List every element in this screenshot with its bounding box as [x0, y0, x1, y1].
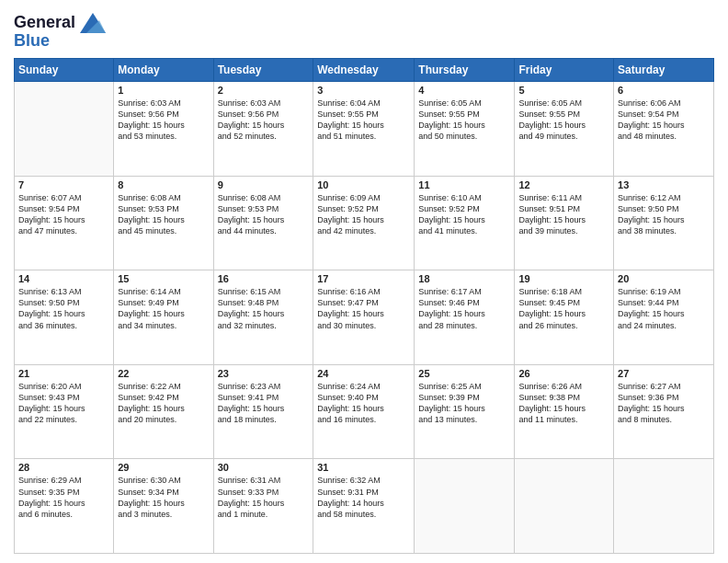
logo: General Blue	[14, 13, 106, 51]
day-number: 14	[18, 273, 109, 284]
calendar-header-row: SundayMondayTuesdayWednesdayThursdayFrid…	[15, 59, 714, 82]
day-number: 24	[317, 368, 410, 379]
day-info: Sunrise: 6:03 AM Sunset: 9:56 PM Dayligh…	[118, 98, 209, 143]
calendar-day-cell: 18Sunrise: 6:17 AM Sunset: 9:46 PM Dayli…	[415, 270, 515, 365]
day-info: Sunrise: 6:22 AM Sunset: 9:42 PM Dayligh…	[118, 381, 209, 426]
calendar-header-cell: Saturday	[614, 59, 714, 82]
day-info: Sunrise: 6:27 AM Sunset: 9:36 PM Dayligh…	[618, 381, 710, 426]
day-info: Sunrise: 6:30 AM Sunset: 9:34 PM Dayligh…	[118, 475, 209, 520]
logo-blue: Blue	[14, 31, 106, 51]
calendar-day-cell: 8Sunrise: 6:08 AM Sunset: 9:53 PM Daylig…	[114, 176, 213, 270]
calendar-day-cell: 14Sunrise: 6:13 AM Sunset: 9:50 PM Dayli…	[15, 270, 114, 365]
day-number: 6	[618, 85, 710, 96]
day-info: Sunrise: 6:16 AM Sunset: 9:47 PM Dayligh…	[317, 286, 410, 331]
day-number: 29	[118, 462, 209, 473]
day-info: Sunrise: 6:17 AM Sunset: 9:46 PM Dayligh…	[418, 286, 510, 331]
calendar-day-cell: 15Sunrise: 6:14 AM Sunset: 9:49 PM Dayli…	[114, 270, 213, 365]
day-info: Sunrise: 6:18 AM Sunset: 9:45 PM Dayligh…	[518, 286, 609, 331]
day-number: 28	[18, 462, 109, 473]
calendar-day-cell: 24Sunrise: 6:24 AM Sunset: 9:40 PM Dayli…	[313, 364, 415, 459]
calendar-day-cell	[515, 459, 614, 554]
day-number: 7	[18, 179, 109, 190]
day-info: Sunrise: 6:24 AM Sunset: 9:40 PM Dayligh…	[317, 381, 410, 426]
day-number: 23	[218, 368, 310, 379]
calendar-body: 1Sunrise: 6:03 AM Sunset: 9:56 PM Daylig…	[15, 82, 714, 554]
calendar-day-cell: 19Sunrise: 6:18 AM Sunset: 9:45 PM Dayli…	[515, 270, 614, 365]
day-number: 26	[518, 368, 609, 379]
calendar-day-cell: 27Sunrise: 6:27 AM Sunset: 9:36 PM Dayli…	[614, 364, 714, 459]
day-number: 12	[518, 179, 609, 190]
day-info: Sunrise: 6:11 AM Sunset: 9:51 PM Dayligh…	[518, 192, 609, 237]
day-number: 21	[18, 368, 109, 379]
day-info: Sunrise: 6:13 AM Sunset: 9:50 PM Dayligh…	[18, 286, 109, 331]
day-info: Sunrise: 6:15 AM Sunset: 9:48 PM Dayligh…	[218, 286, 310, 331]
day-info: Sunrise: 6:12 AM Sunset: 9:50 PM Dayligh…	[618, 192, 710, 237]
day-info: Sunrise: 6:19 AM Sunset: 9:44 PM Dayligh…	[618, 286, 710, 331]
day-number: 9	[218, 179, 310, 190]
calendar-day-cell: 16Sunrise: 6:15 AM Sunset: 9:48 PM Dayli…	[213, 270, 313, 365]
calendar-day-cell: 13Sunrise: 6:12 AM Sunset: 9:50 PM Dayli…	[614, 176, 714, 270]
calendar-day-cell	[415, 459, 515, 554]
day-number: 15	[118, 273, 209, 284]
day-number: 1	[118, 85, 209, 96]
calendar-day-cell: 4Sunrise: 6:05 AM Sunset: 9:55 PM Daylig…	[415, 82, 515, 177]
calendar-day-cell: 22Sunrise: 6:22 AM Sunset: 9:42 PM Dayli…	[114, 364, 213, 459]
day-info: Sunrise: 6:08 AM Sunset: 9:53 PM Dayligh…	[218, 192, 310, 237]
day-info: Sunrise: 6:10 AM Sunset: 9:52 PM Dayligh…	[418, 192, 510, 237]
calendar-week-row: 7Sunrise: 6:07 AM Sunset: 9:54 PM Daylig…	[15, 176, 714, 270]
calendar-day-cell	[15, 82, 114, 177]
day-info: Sunrise: 6:14 AM Sunset: 9:49 PM Dayligh…	[118, 286, 209, 331]
day-info: Sunrise: 6:20 AM Sunset: 9:43 PM Dayligh…	[18, 381, 109, 426]
logo-text: General	[14, 14, 75, 32]
calendar-day-cell: 2Sunrise: 6:03 AM Sunset: 9:56 PM Daylig…	[213, 82, 313, 177]
day-info: Sunrise: 6:32 AM Sunset: 9:31 PM Dayligh…	[317, 475, 410, 520]
calendar-header-cell: Thursday	[415, 59, 515, 82]
logo-icon	[80, 13, 106, 33]
day-info: Sunrise: 6:08 AM Sunset: 9:53 PM Dayligh…	[118, 192, 209, 237]
day-number: 11	[418, 179, 510, 190]
day-info: Sunrise: 6:05 AM Sunset: 9:55 PM Dayligh…	[518, 98, 609, 143]
calendar-day-cell: 23Sunrise: 6:23 AM Sunset: 9:41 PM Dayli…	[213, 364, 313, 459]
day-number: 20	[618, 273, 710, 284]
day-number: 13	[618, 179, 710, 190]
day-number: 8	[118, 179, 209, 190]
day-info: Sunrise: 6:05 AM Sunset: 9:55 PM Dayligh…	[418, 98, 510, 143]
page: General Blue SundayMondayTuesdayWednesda…	[0, 0, 728, 563]
day-number: 17	[317, 273, 410, 284]
calendar-day-cell: 17Sunrise: 6:16 AM Sunset: 9:47 PM Dayli…	[313, 270, 415, 365]
day-number: 27	[618, 368, 710, 379]
day-info: Sunrise: 6:06 AM Sunset: 9:54 PM Dayligh…	[618, 98, 710, 143]
calendar-header-cell: Friday	[515, 59, 614, 82]
day-number: 5	[518, 85, 609, 96]
day-number: 22	[118, 368, 209, 379]
day-info: Sunrise: 6:07 AM Sunset: 9:54 PM Dayligh…	[18, 192, 109, 237]
calendar-week-row: 28Sunrise: 6:29 AM Sunset: 9:35 PM Dayli…	[15, 459, 714, 554]
calendar-day-cell: 20Sunrise: 6:19 AM Sunset: 9:44 PM Dayli…	[614, 270, 714, 365]
day-info: Sunrise: 6:25 AM Sunset: 9:39 PM Dayligh…	[418, 381, 510, 426]
calendar-day-cell: 1Sunrise: 6:03 AM Sunset: 9:56 PM Daylig…	[114, 82, 213, 177]
day-info: Sunrise: 6:23 AM Sunset: 9:41 PM Dayligh…	[218, 381, 310, 426]
calendar-day-cell: 30Sunrise: 6:31 AM Sunset: 9:33 PM Dayli…	[213, 459, 313, 554]
day-info: Sunrise: 6:03 AM Sunset: 9:56 PM Dayligh…	[218, 98, 310, 143]
calendar-day-cell: 12Sunrise: 6:11 AM Sunset: 9:51 PM Dayli…	[515, 176, 614, 270]
calendar-header-cell: Monday	[114, 59, 213, 82]
day-info: Sunrise: 6:31 AM Sunset: 9:33 PM Dayligh…	[218, 475, 310, 520]
day-number: 25	[418, 368, 510, 379]
day-number: 4	[418, 85, 510, 96]
day-number: 19	[518, 273, 609, 284]
calendar-header-cell: Sunday	[15, 59, 114, 82]
day-info: Sunrise: 6:29 AM Sunset: 9:35 PM Dayligh…	[18, 475, 109, 520]
header: General Blue	[14, 9, 714, 51]
calendar-day-cell: 28Sunrise: 6:29 AM Sunset: 9:35 PM Dayli…	[15, 459, 114, 554]
calendar-table: SundayMondayTuesdayWednesdayThursdayFrid…	[14, 58, 714, 554]
calendar-day-cell	[614, 459, 714, 554]
calendar-week-row: 1Sunrise: 6:03 AM Sunset: 9:56 PM Daylig…	[15, 82, 714, 177]
day-number: 31	[317, 462, 410, 473]
calendar-day-cell: 11Sunrise: 6:10 AM Sunset: 9:52 PM Dayli…	[415, 176, 515, 270]
calendar-header-cell: Tuesday	[213, 59, 313, 82]
calendar-week-row: 21Sunrise: 6:20 AM Sunset: 9:43 PM Dayli…	[15, 364, 714, 459]
calendar-day-cell: 21Sunrise: 6:20 AM Sunset: 9:43 PM Dayli…	[15, 364, 114, 459]
day-number: 16	[218, 273, 310, 284]
calendar-day-cell: 31Sunrise: 6:32 AM Sunset: 9:31 PM Dayli…	[313, 459, 415, 554]
day-info: Sunrise: 6:26 AM Sunset: 9:38 PM Dayligh…	[518, 381, 609, 426]
